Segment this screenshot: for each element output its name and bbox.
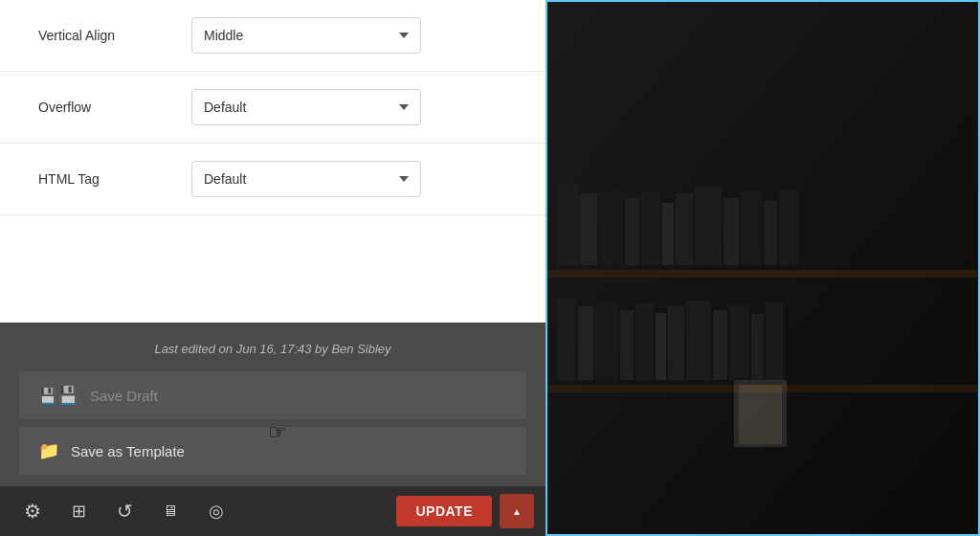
eye-button[interactable]: ◎	[195, 490, 237, 532]
monitor-button[interactable]: 🖥	[149, 490, 191, 532]
save-draft-icon: 💾	[38, 385, 78, 406]
svg-rect-25	[751, 314, 764, 380]
overflow-label: Overflow	[38, 100, 191, 115]
layers-button[interactable]: ⊞	[57, 490, 100, 532]
overflow-row: Overflow Default	[0, 72, 546, 144]
svg-rect-5	[599, 189, 623, 265]
vertical-align-select[interactable]: Middle	[191, 17, 421, 54]
svg-rect-23	[713, 310, 727, 380]
svg-rect-15	[557, 299, 576, 380]
svg-rect-12	[741, 191, 762, 265]
svg-rect-20	[656, 313, 666, 380]
vertical-align-label: Vertical Align	[38, 28, 191, 43]
save-draft-button[interactable]: 💾 Save Draft	[19, 371, 526, 419]
history-button[interactable]: ↺	[103, 490, 145, 532]
svg-rect-14	[779, 190, 798, 265]
svg-rect-9	[676, 193, 693, 265]
svg-rect-21	[668, 306, 684, 380]
layers-icon: ⊞	[72, 501, 86, 522]
vertical-align-dropdown[interactable]: Middle	[191, 17, 421, 54]
html-tag-value: Default	[204, 171, 246, 187]
overlay-panel: Last edited on Jun 16, 17:43 by Ben Sibl…	[0, 323, 546, 486]
svg-rect-11	[724, 198, 739, 265]
svg-rect-13	[764, 201, 777, 265]
svg-rect-6	[625, 198, 639, 265]
last-edited-text: Last edited on Jun 16, 17:43 by Ben Sibl…	[19, 338, 526, 364]
chevron-up-icon: ▲	[512, 506, 522, 517]
monitor-icon: 🖥	[163, 502, 178, 520]
svg-rect-26	[766, 302, 784, 380]
html-tag-dropdown[interactable]: Default	[191, 161, 421, 197]
gear-icon: ⚙	[24, 500, 41, 523]
gear-button[interactable]: ⚙	[11, 490, 54, 532]
save-template-label: Save as Template	[71, 443, 185, 459]
canvas-area	[546, 0, 980, 536]
svg-rect-1	[547, 270, 978, 278]
svg-rect-19	[635, 303, 654, 380]
overflow-select[interactable]: Default	[191, 89, 421, 125]
update-button[interactable]: UPDATE	[396, 496, 492, 526]
expand-button[interactable]: ▲	[500, 494, 534, 528]
svg-rect-28	[739, 385, 782, 444]
svg-rect-17	[595, 302, 618, 380]
html-tag-select[interactable]: Default	[191, 161, 421, 197]
history-icon: ↺	[117, 500, 133, 523]
vertical-align-value: Middle	[204, 28, 243, 43]
svg-rect-22	[686, 301, 711, 380]
svg-rect-4	[580, 193, 597, 265]
chevron-down-icon	[399, 33, 409, 38]
folder-icon: 📁	[38, 440, 59, 461]
save-draft-label: Save Draft	[90, 388, 158, 404]
svg-rect-24	[729, 304, 749, 380]
html-tag-row: HTML Tag Default	[0, 144, 546, 215]
overflow-value: Default	[204, 100, 246, 115]
svg-rect-0	[547, 2, 978, 534]
svg-rect-7	[641, 191, 660, 265]
svg-rect-16	[578, 306, 593, 380]
html-tag-label: HTML Tag	[38, 171, 191, 187]
chevron-down-icon	[399, 104, 409, 110]
svg-rect-10	[695, 187, 722, 265]
save-template-button[interactable]: 📁 Save as Template	[19, 427, 526, 475]
svg-rect-18	[620, 310, 634, 380]
left-panel: Vertical Align Middle Overflow Default H…	[0, 0, 546, 536]
overflow-dropdown[interactable]: Default	[191, 89, 421, 125]
bookshelf-illustration	[547, 2, 978, 534]
svg-rect-8	[662, 203, 674, 265]
svg-rect-3	[557, 184, 578, 265]
settings-area: Vertical Align Middle Overflow Default H…	[0, 0, 546, 323]
eye-icon: ◎	[209, 501, 224, 522]
chevron-down-icon	[399, 176, 409, 182]
vertical-align-row: Vertical Align Middle	[0, 0, 546, 72]
canvas-background	[547, 2, 978, 534]
bottom-toolbar: ⚙ ⊞ ↺ 🖥 ◎ UPDATE ▲	[0, 486, 546, 536]
